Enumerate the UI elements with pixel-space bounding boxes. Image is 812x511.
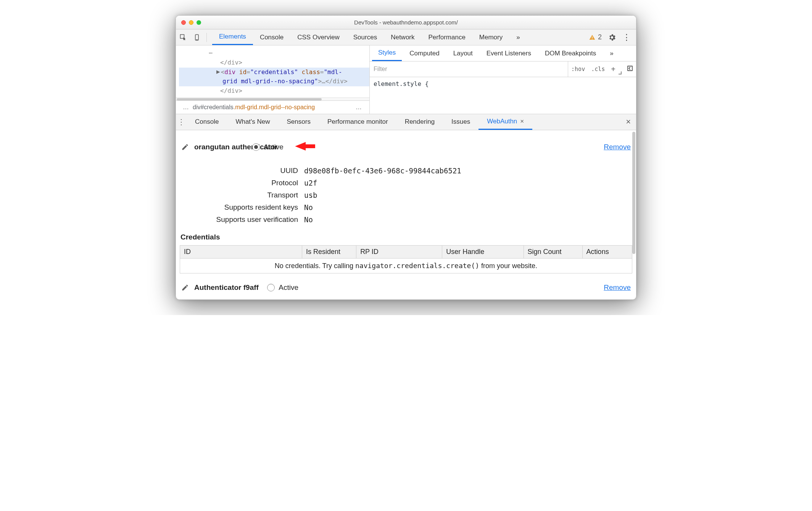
titlebar: DevTools - webauthndemo.appspot.com/ bbox=[176, 16, 636, 29]
drawer-tabs: ⋮ Console What's New Sensors Performance… bbox=[176, 114, 636, 130]
dom-node-selected[interactable]: grid mdl-grid--no-spacing">…</div> bbox=[179, 77, 369, 86]
window-title: DevTools - webauthndemo.appspot.com/ bbox=[176, 19, 636, 26]
remove-authenticator-link[interactable]: Remove bbox=[604, 283, 631, 292]
property-value: d98e08fb-0efc-43e6-968c-99844cab6521 bbox=[304, 167, 632, 175]
styles-rule[interactable]: element.style { bbox=[370, 77, 636, 91]
property-value: u2f bbox=[304, 179, 632, 187]
sidebar-tabs: Styles Computed Layout Event Listeners D… bbox=[370, 45, 636, 61]
col-rp-id[interactable]: RP ID bbox=[356, 245, 442, 258]
new-style-rule-icon[interactable]: + bbox=[608, 65, 619, 74]
main-panel-tabs: Elements Console CSS Overview Sources Ne… bbox=[212, 29, 527, 45]
credentials-empty-row: No credentials. Try calling navigator.cr… bbox=[180, 258, 632, 273]
active-radio[interactable] bbox=[267, 284, 275, 291]
tab-performance-monitor[interactable]: Performance monitor bbox=[319, 114, 396, 130]
active-radio-label: Active bbox=[264, 143, 284, 151]
property-label: Transport bbox=[180, 191, 298, 199]
col-sign-count[interactable]: Sign Count bbox=[524, 245, 582, 258]
tab-whats-new[interactable]: What's New bbox=[227, 114, 278, 130]
styles-filter-input[interactable] bbox=[370, 61, 568, 77]
remove-authenticator-link[interactable]: Remove bbox=[604, 143, 631, 151]
edit-pencil-icon[interactable] bbox=[181, 143, 189, 151]
expand-arrow-icon[interactable]: ▶ bbox=[216, 67, 220, 77]
dom-node[interactable]: </div> bbox=[179, 58, 369, 68]
col-is-resident[interactable]: Is Resident bbox=[302, 245, 356, 258]
tab-styles[interactable]: Styles bbox=[372, 45, 402, 61]
tab-memory[interactable]: Memory bbox=[472, 29, 509, 45]
active-radio[interactable] bbox=[252, 143, 260, 151]
svg-rect-3 bbox=[592, 36, 593, 38]
breadcrumb-overflow-icon[interactable]: … bbox=[180, 104, 193, 111]
webauthn-panel: orangutan authenticator Active Remove UU… bbox=[176, 130, 636, 299]
hov-toggle[interactable]: :hov bbox=[568, 66, 588, 73]
tab-event-listeners[interactable]: Event Listeners bbox=[480, 45, 537, 61]
inspect-icon[interactable] bbox=[179, 33, 187, 42]
svg-rect-5 bbox=[628, 66, 632, 71]
expand-pane-icon[interactable] bbox=[624, 65, 636, 73]
col-user-handle[interactable]: User Handle bbox=[442, 245, 524, 258]
property-label: UUID bbox=[180, 167, 298, 175]
tab-sensors[interactable]: Sensors bbox=[279, 114, 319, 130]
breadcrumb-overflow-icon[interactable]: … bbox=[353, 104, 366, 111]
tab-sources[interactable]: Sources bbox=[346, 29, 384, 45]
edit-pencil-icon[interactable] bbox=[181, 284, 189, 291]
tab-issues[interactable]: Issues bbox=[443, 114, 478, 130]
cls-toggle[interactable]: .cls bbox=[588, 66, 608, 73]
drawer-kebab-icon[interactable]: ⋮ bbox=[176, 117, 187, 126]
tab-drawer-console[interactable]: Console bbox=[187, 114, 227, 130]
svg-rect-4 bbox=[592, 39, 593, 39]
dom-node[interactable]: </div> bbox=[179, 86, 369, 96]
warnings-badge[interactable]: 2 bbox=[589, 33, 602, 41]
elements-tree-panel: ⋯ </div> ▶<div id="credentials" class="m… bbox=[176, 45, 370, 114]
tab-more-panels[interactable]: » bbox=[509, 29, 527, 45]
property-value: No bbox=[304, 215, 632, 224]
property-label: Supports user verification bbox=[180, 215, 298, 224]
breadcrumb: … div#credentials.mdl-grid.mdl-grid--no-… bbox=[176, 100, 369, 114]
dom-node-selected[interactable]: ▶<div id="credentials" class="mdl- bbox=[179, 68, 369, 77]
close-drawer-icon[interactable]: × bbox=[620, 117, 636, 127]
scrollbar-horizontal[interactable] bbox=[176, 97, 369, 100]
tab-dom-breakpoints[interactable]: DOM Breakpoints bbox=[539, 45, 602, 61]
tab-rendering[interactable]: Rendering bbox=[396, 114, 443, 130]
property-value: usb bbox=[304, 191, 632, 199]
credentials-heading: Credentials bbox=[180, 232, 632, 245]
tab-elements[interactable]: Elements bbox=[212, 29, 253, 45]
styles-panel: Styles Computed Layout Event Listeners D… bbox=[370, 45, 636, 114]
tab-performance[interactable]: Performance bbox=[422, 29, 472, 45]
kebab-menu-icon[interactable]: ⋮ bbox=[622, 33, 631, 42]
tab-more-sidebar[interactable]: » bbox=[604, 45, 619, 61]
breadcrumb-item[interactable]: div#credentials.mdl-grid.mdl-grid--no-sp… bbox=[193, 104, 315, 111]
credentials-table: ID Is Resident RP ID User Handle Sign Co… bbox=[180, 245, 632, 273]
authenticator-name: Authenticator f9aff bbox=[194, 283, 259, 292]
tab-css-overview[interactable]: CSS Overview bbox=[290, 29, 346, 45]
scrollbar-vertical[interactable] bbox=[632, 132, 635, 298]
device-toggle-icon[interactable] bbox=[193, 33, 201, 42]
tab-layout[interactable]: Layout bbox=[447, 45, 479, 61]
warnings-count: 2 bbox=[598, 33, 602, 41]
annotation-arrow-icon bbox=[293, 137, 316, 157]
authenticator-row: orangutan authenticator Active Remove bbox=[180, 130, 632, 164]
settings-gear-icon[interactable] bbox=[608, 33, 616, 42]
col-actions[interactable]: Actions bbox=[582, 245, 632, 258]
col-id[interactable]: ID bbox=[180, 245, 302, 258]
close-tab-icon[interactable]: × bbox=[520, 118, 524, 125]
authenticator-row: Authenticator f9aff Active Remove bbox=[180, 273, 632, 292]
authenticator-properties: UUID d98e08fb-0efc-43e6-968c-99844cab652… bbox=[180, 164, 632, 232]
property-value: No bbox=[304, 203, 632, 212]
tab-network[interactable]: Network bbox=[384, 29, 421, 45]
devtools-window: DevTools - webauthndemo.appspot.com/ Ele… bbox=[176, 15, 636, 300]
active-radio-label: Active bbox=[279, 283, 298, 292]
tab-console[interactable]: Console bbox=[253, 29, 290, 45]
tab-computed[interactable]: Computed bbox=[403, 45, 445, 61]
more-icon[interactable]: ⋯ bbox=[209, 49, 213, 57]
property-label: Protocol bbox=[180, 179, 298, 187]
property-label: Supports resident keys bbox=[180, 203, 298, 212]
tab-webauthn[interactable]: WebAuthn× bbox=[478, 114, 532, 130]
devtools-toolbar: Elements Console CSS Overview Sources Ne… bbox=[176, 29, 636, 45]
resize-corner-icon bbox=[619, 71, 622, 74]
